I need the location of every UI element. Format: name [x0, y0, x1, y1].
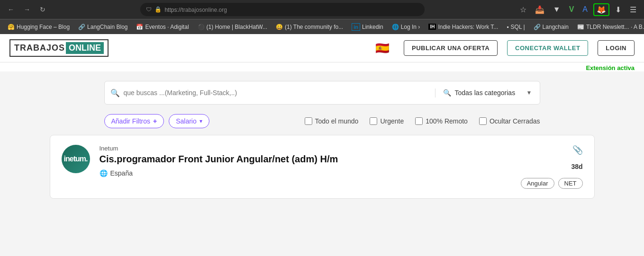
- bookmark-linkedin[interactable]: in Linkedin: [348, 22, 387, 32]
- bookmark-label: Linkedin: [362, 24, 383, 30]
- urgente-checkbox[interactable]: Urgente: [370, 117, 404, 125]
- todo-mundo-input[interactable]: [305, 117, 312, 125]
- checkboxes-row: Todo el mundo Urgente 100% Remoto Oculta…: [305, 117, 540, 125]
- login-button[interactable]: LOGIN: [598, 40, 635, 56]
- huggingface-icon: 🤗: [8, 24, 15, 30]
- extension-active-badge: Extensión activa: [0, 62, 644, 71]
- menu-button[interactable]: ☰: [627, 3, 639, 16]
- logo-online: ONLINE: [66, 42, 104, 54]
- browser-actions: ☆ 📥 ▼ V A 🦊 ⬇ ☰: [517, 3, 639, 16]
- clip-icon[interactable]: 📎: [572, 145, 583, 155]
- remoto-input[interactable]: [415, 117, 423, 125]
- bookmark-label: Indie Hackers: Work T...: [438, 24, 498, 30]
- forward-button[interactable]: →: [21, 4, 33, 15]
- bookmark-label: (1) The community fo...: [285, 24, 343, 30]
- tag-net[interactable]: NET: [558, 178, 583, 189]
- location-globe-icon: 🌐: [100, 169, 108, 177]
- bookmarks-bar: 🤗 Hugging Face – Blog 🔗 LangChain Blog 📅…: [0, 19, 644, 34]
- bookmark-adigital[interactable]: 📅 Eventos · Adigital: [132, 22, 192, 32]
- fox-extension-button[interactable]: 🦊: [593, 3, 609, 16]
- bookmark-label: (1) Home | BlackHatW...: [207, 24, 267, 30]
- location-text: España: [110, 169, 133, 177]
- job-card[interactable]: inetum. Inetum Cis.programador Front Jun…: [50, 135, 595, 199]
- bookmark-sql[interactable]: ▪ SQL |: [503, 22, 528, 32]
- bookmark-label: SQL |: [511, 24, 525, 30]
- community-icon: 😀: [276, 24, 283, 30]
- bookmark-label: Langchain: [543, 24, 569, 30]
- bookmark-huggingface[interactable]: 🤗 Hugging Face – Blog: [4, 22, 73, 32]
- job-title: Cis.programador Front Junior Angular/net…: [100, 154, 511, 165]
- bookmark-langchain2[interactable]: 🔗 Langchain: [530, 22, 572, 32]
- address-bar[interactable]: 🛡 🔒 https://trabajosonline.org: [140, 3, 425, 16]
- search-icon: 🔍: [110, 88, 120, 97]
- bookmark-label: LangChain Blog: [87, 24, 127, 30]
- linkedin-icon: in: [352, 23, 360, 31]
- bookmark-indiehackers[interactable]: IH Indie Hackers: Work T...: [425, 22, 502, 32]
- lock-icon: 🔒: [154, 6, 162, 13]
- logo-link[interactable]: TRABAJOS ONLINE: [9, 39, 109, 57]
- main-content: 🔍 🔍 Todas las categorias ▼ Añadir Filtro…: [0, 71, 644, 256]
- site-header: TRABAJOS ONLINE 🇪🇸 PUBLICAR UNA OFERTA C…: [0, 34, 644, 62]
- browser-chrome: ← → ↻ 🛡 🔒 https://trabajosonline.org ☆ 📥…: [0, 0, 644, 34]
- job-details: Inetum Cis.programador Front Junior Angu…: [100, 145, 511, 177]
- search-input[interactable]: [124, 89, 429, 97]
- publicar-button[interactable]: PUBLICAR UNA OFERTA: [404, 40, 498, 56]
- bookmark-label: Eventos · Adigital: [145, 24, 189, 30]
- flag-icon[interactable]: 🇪🇸: [375, 42, 390, 55]
- todo-mundo-checkbox[interactable]: Todo el mundo: [305, 117, 359, 125]
- todo-mundo-label: Todo el mundo: [315, 117, 359, 125]
- salary-label: Salario: [176, 117, 197, 125]
- job-tags: Angular NET: [521, 178, 583, 189]
- translate-lang-button[interactable]: A: [580, 3, 590, 16]
- tag-angular[interactable]: Angular: [521, 178, 554, 189]
- add-filters-label: Añadir Filtros: [111, 117, 150, 125]
- wallet-button[interactable]: CONECTAR WALLET: [507, 40, 588, 56]
- bookmark-tldr[interactable]: 📰 TLDR Newslett... · A B...: [573, 22, 644, 32]
- salary-filter-button[interactable]: Salario ▾: [169, 114, 209, 128]
- ocultar-cerradas-label: Ocultar Cerradas: [490, 117, 540, 125]
- bookmark-label: Log In ›: [401, 24, 420, 30]
- extensions-button[interactable]: ⬇: [612, 3, 624, 16]
- ocultar-cerradas-input[interactable]: [479, 117, 487, 125]
- login-icon: 🌐: [392, 24, 399, 30]
- langchain-icon: 🔗: [78, 24, 85, 30]
- bookmark-community[interactable]: 😀 (1) The community fo...: [272, 22, 347, 32]
- translate-button[interactable]: ▼: [550, 3, 563, 16]
- remoto-checkbox[interactable]: 100% Remoto: [415, 117, 468, 125]
- bookmark-langchain[interactable]: 🔗 LangChain Blog: [74, 22, 131, 32]
- category-text: Todas las categorias: [455, 89, 523, 97]
- url-display: https://trabajosonline.org: [164, 6, 227, 13]
- days-ago: 38d: [571, 163, 582, 170]
- refresh-button[interactable]: ↻: [37, 4, 48, 15]
- search-container: 🔍 🔍 Todas las categorias ▼: [104, 81, 540, 105]
- tldr-icon: 📰: [577, 24, 584, 30]
- add-filters-button[interactable]: Añadir Filtros +: [104, 114, 164, 128]
- ocultar-cerradas-checkbox[interactable]: Ocultar Cerradas: [479, 117, 540, 125]
- back-button[interactable]: ←: [5, 4, 17, 15]
- remoto-label: 100% Remoto: [426, 117, 468, 125]
- sql-icon: ▪: [507, 24, 508, 30]
- job-location: 🌐 España: [100, 169, 511, 177]
- bookmark-label: Hugging Face – Blog: [17, 24, 70, 30]
- vpn-button[interactable]: V: [566, 3, 577, 16]
- download-button[interactable]: 📥: [532, 3, 547, 16]
- star-button[interactable]: ☆: [517, 3, 529, 16]
- salary-arrow-icon: ▾: [200, 118, 202, 124]
- filters-row: Añadir Filtros + Salario ▾ Todo el mundo…: [104, 114, 540, 128]
- bookmark-blackhat[interactable]: ⚫ (1) Home | BlackHatW...: [194, 22, 271, 32]
- blackhat-icon: ⚫: [198, 24, 205, 30]
- category-icon: 🔍: [443, 89, 451, 97]
- add-filters-plus-icon: +: [153, 117, 157, 125]
- job-card-inner: inetum. Inetum Cis.programador Front Jun…: [62, 145, 583, 189]
- company-logo-text: inetum.: [64, 155, 88, 163]
- indiehackers-icon: IH: [428, 24, 436, 30]
- company-logo: inetum.: [62, 145, 90, 173]
- category-dropdown-arrow: ▼: [526, 89, 532, 96]
- category-selector[interactable]: 🔍 Todas las categorias ▼: [435, 89, 540, 97]
- company-name: Inetum: [100, 145, 511, 152]
- bookmark-login[interactable]: 🌐 Log In ›: [388, 22, 424, 32]
- urgente-input[interactable]: [370, 117, 377, 125]
- shield-icon: 🛡: [146, 6, 152, 13]
- urgente-label: Urgente: [380, 117, 404, 125]
- logo-trabajos: TRABAJOS: [14, 43, 65, 53]
